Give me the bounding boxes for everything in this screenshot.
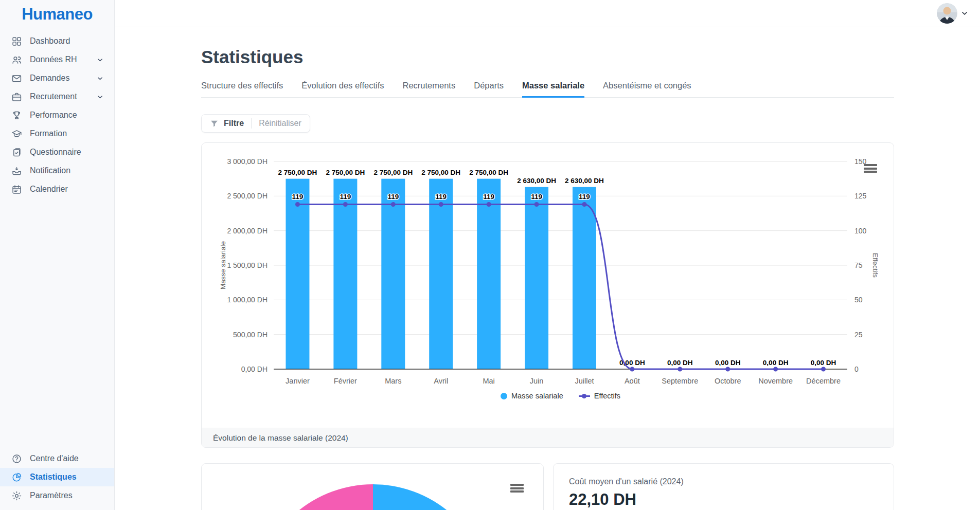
chevron-down-icon[interactable] <box>96 93 104 101</box>
sidebar-item-label: Calendrier <box>30 185 68 194</box>
sidebar-item-parametres[interactable]: Paramètres <box>0 486 114 505</box>
right-axis-title: Effectifs <box>871 253 879 278</box>
cost-card-value: 22,10 DH <box>569 490 878 509</box>
graduation-cap-icon <box>11 129 22 139</box>
line-point-decembre[interactable] <box>821 367 826 372</box>
tab-masse-salariale[interactable]: Masse salariale <box>522 78 584 98</box>
bar-value-label: 2 630,00 DH <box>565 177 604 185</box>
combo-chart: 3 000,00 DH1502 500,00 DH1252 000,00 DH1… <box>202 143 894 429</box>
x-axis-label: Juillet <box>575 377 594 385</box>
sidebar-item-label: Paramètres <box>30 491 73 500</box>
bar-value-label: 0,00 DH <box>667 359 693 367</box>
line-point-septembre[interactable] <box>678 367 682 372</box>
pie-chart-icon <box>11 472 22 483</box>
tab-absenteisme-et-conges[interactable]: Absentéisme et congés <box>603 78 691 98</box>
average-cost-card: Coût moyen d'un salarié (2024) 22,10 DH <box>553 463 894 510</box>
line-point-aout[interactable] <box>630 367 634 372</box>
filter-button[interactable]: Filtre <box>224 119 244 128</box>
sidebar-item-questionnaire[interactable]: Questionnaire <box>0 143 114 161</box>
line-value-label: 119 <box>483 193 494 201</box>
tab-bar: Structure des effectifsÉvolution des eff… <box>201 78 894 98</box>
sidebar-item-notification[interactable]: Notification <box>0 161 114 180</box>
x-axis-label: Septembre <box>662 377 698 385</box>
mail-icon <box>11 73 22 84</box>
legend-line-marker <box>579 395 590 397</box>
main-content: Statistiques Structure des effectifsÉvol… <box>115 27 980 510</box>
pie-chart-menu-button[interactable] <box>510 483 524 495</box>
bar-avril[interactable] <box>429 179 453 369</box>
x-axis-label: Novembre <box>758 377 793 385</box>
sidebar-item-label: Questionnaire <box>30 148 81 157</box>
sidebar-item-performance[interactable]: Performance <box>0 106 114 124</box>
tab-recrutements[interactable]: Recrutements <box>403 78 456 98</box>
bar-value-label: 2 750,00 DH <box>278 169 317 176</box>
x-axis-label: Janvier <box>286 377 310 385</box>
line-point-juillet[interactable] <box>582 202 586 207</box>
line-point-octobre[interactable] <box>725 367 730 372</box>
right-axis-tick: 125 <box>854 192 867 200</box>
sidebar-item-label: Demandes <box>30 74 69 83</box>
legend-item-masse-salariale[interactable]: Masse salariale <box>501 392 563 400</box>
line-point-novembre[interactable] <box>773 367 778 372</box>
bar-juillet[interactable] <box>573 187 596 369</box>
line-point-fevrier[interactable] <box>343 202 348 207</box>
sidebar: Humaneo DashboardDonnées RHDemandesRecru… <box>0 0 115 510</box>
sidebar-nav: DashboardDonnées RHDemandesRecrutementPe… <box>0 32 114 198</box>
x-axis-label: Mai <box>483 377 494 385</box>
bar-juin[interactable] <box>525 187 548 369</box>
bar-value-label: 2 750,00 DH <box>469 169 508 176</box>
line-point-janvier[interactable] <box>295 202 300 207</box>
line-point-juin[interactable] <box>534 202 539 207</box>
x-axis-label: Mars <box>385 377 401 385</box>
sidebar-item-centre-d-aide[interactable]: Centre d'aide <box>0 449 114 468</box>
legend-item-effectifs[interactable]: Effectifs <box>579 392 620 400</box>
line-point-mars[interactable] <box>391 202 396 207</box>
sidebar-item-label: Statistiques <box>30 472 77 482</box>
left-axis-tick: 1 500,00 DH <box>227 261 268 269</box>
sidebar-item-recrutement[interactable]: Recrutement <box>0 87 114 106</box>
chevron-down-icon[interactable] <box>96 56 104 64</box>
bar-value-label: 0,00 DH <box>715 359 741 367</box>
bar-janvier[interactable] <box>286 179 309 369</box>
chart-menu-button[interactable] <box>864 163 877 175</box>
grid-icon <box>11 36 22 47</box>
line-point-avril[interactable] <box>439 202 443 207</box>
left-axis-tick: 500,00 DH <box>233 331 268 339</box>
topbar <box>115 0 980 27</box>
line-point-mai[interactable] <box>487 202 491 207</box>
x-axis-label: Février <box>334 377 357 385</box>
tab-departs[interactable]: Départs <box>474 78 504 98</box>
right-axis-tick: 100 <box>854 227 867 235</box>
sidebar-item-label: Performance <box>30 111 77 120</box>
sidebar-item-dashboard[interactable]: Dashboard <box>0 32 114 50</box>
sidebar-item-label: Centre d'aide <box>30 454 79 463</box>
line-value-label: 119 <box>340 193 351 201</box>
tab-evolution-des-effectifs[interactable]: Évolution des effectifs <box>301 78 384 98</box>
right-axis-tick: 0 <box>854 365 859 373</box>
tab-structure-des-effectifs[interactable]: Structure des effectifs <box>201 78 283 98</box>
sidebar-item-demandes[interactable]: Demandes <box>0 69 114 87</box>
sidebar-item-donnees-rh[interactable]: Données RH <box>0 50 114 69</box>
clipboard-check-icon <box>11 147 22 158</box>
bar-value-label: 2 750,00 DH <box>421 169 460 176</box>
sidebar-item-statistiques[interactable]: Statistiques <box>0 468 114 486</box>
bar-mars[interactable] <box>381 179 405 369</box>
page-title: Statistiques <box>201 47 303 67</box>
chart-caption: Évolution de la masse salariale (2024) <box>202 428 894 447</box>
gear-icon <box>11 490 22 501</box>
pie-chart[interactable] <box>255 484 491 510</box>
chevron-down-icon[interactable] <box>96 75 104 82</box>
sidebar-item-label: Recrutement <box>30 92 77 101</box>
bar-fevrier[interactable] <box>333 179 357 369</box>
sidebar-item-formation[interactable]: Formation <box>0 124 114 143</box>
bar-value-label: 0,00 DH <box>763 359 789 367</box>
user-menu[interactable] <box>937 3 969 24</box>
x-axis-label: Décembre <box>806 377 841 385</box>
sidebar-item-calendrier[interactable]: Calendrier <box>0 180 114 198</box>
user-avatar[interactable] <box>937 3 957 24</box>
inbox-tray-icon <box>11 166 22 176</box>
sidebar-item-label: Dashboard <box>30 37 70 46</box>
line-value-label: 119 <box>531 193 542 201</box>
bar-mai[interactable] <box>477 179 501 369</box>
reset-filter-button[interactable]: Réinitialiser <box>259 119 301 128</box>
